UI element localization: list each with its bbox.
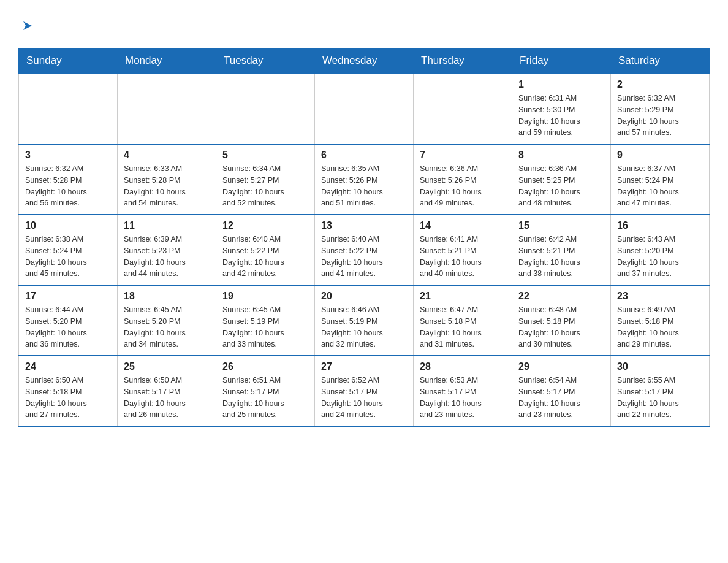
calendar-day-cell: 28Sunrise: 6:53 AM Sunset: 5:17 PM Dayli… [414,356,512,426]
day-number: 18 [124,291,210,302]
calendar-day-cell: 18Sunrise: 6:45 AM Sunset: 5:20 PM Dayli… [118,285,216,356]
calendar-day-cell: 1Sunrise: 6:31 AM Sunset: 5:30 PM Daylig… [512,74,611,144]
day-info: Sunrise: 6:32 AM Sunset: 5:28 PM Dayligh… [25,163,111,209]
calendar-day-cell [19,74,118,144]
day-info: Sunrise: 6:50 AM Sunset: 5:17 PM Dayligh… [124,375,210,421]
day-number: 10 [25,220,111,231]
calendar-day-cell: 20Sunrise: 6:46 AM Sunset: 5:19 PM Dayli… [315,285,414,356]
calendar-week-row: 17Sunrise: 6:44 AM Sunset: 5:20 PM Dayli… [19,285,710,356]
day-info: Sunrise: 6:46 AM Sunset: 5:19 PM Dayligh… [321,304,407,350]
calendar-header-saturday: Saturday [611,48,710,74]
calendar-day-cell: 19Sunrise: 6:45 AM Sunset: 5:19 PM Dayli… [216,285,315,356]
calendar-day-cell [414,74,512,144]
day-number: 9 [617,150,703,161]
day-info: Sunrise: 6:33 AM Sunset: 5:28 PM Dayligh… [124,163,210,209]
day-info: Sunrise: 6:55 AM Sunset: 5:17 PM Dayligh… [617,375,703,421]
calendar-day-cell: 5Sunrise: 6:34 AM Sunset: 5:27 PM Daylig… [216,144,315,215]
calendar-day-cell: 25Sunrise: 6:50 AM Sunset: 5:17 PM Dayli… [118,356,216,426]
day-info: Sunrise: 6:49 AM Sunset: 5:18 PM Dayligh… [617,304,703,350]
calendar-day-cell: 24Sunrise: 6:50 AM Sunset: 5:18 PM Dayli… [19,356,118,426]
day-info: Sunrise: 6:42 AM Sunset: 5:21 PM Dayligh… [518,234,604,280]
day-number: 13 [321,220,407,231]
day-info: Sunrise: 6:40 AM Sunset: 5:22 PM Dayligh… [222,234,308,280]
calendar-header-wednesday: Wednesday [315,48,414,74]
day-number: 14 [420,220,506,231]
calendar-day-cell: 9Sunrise: 6:37 AM Sunset: 5:24 PM Daylig… [611,144,710,215]
day-info: Sunrise: 6:53 AM Sunset: 5:17 PM Dayligh… [420,375,506,421]
calendar-day-cell: 15Sunrise: 6:42 AM Sunset: 5:21 PM Dayli… [512,215,611,285]
day-info: Sunrise: 6:39 AM Sunset: 5:23 PM Dayligh… [124,234,210,280]
calendar-week-row: 1Sunrise: 6:31 AM Sunset: 5:30 PM Daylig… [19,74,710,144]
calendar-day-cell [315,74,414,144]
day-number: 1 [518,79,604,90]
calendar-day-cell: 3Sunrise: 6:32 AM Sunset: 5:28 PM Daylig… [19,144,118,215]
logo-arrow-icon [21,18,34,36]
calendar-day-cell: 17Sunrise: 6:44 AM Sunset: 5:20 PM Dayli… [19,285,118,356]
calendar-table: SundayMondayTuesdayWednesdayThursdayFrid… [18,48,710,427]
day-info: Sunrise: 6:43 AM Sunset: 5:20 PM Dayligh… [617,234,703,280]
calendar-week-row: 10Sunrise: 6:38 AM Sunset: 5:24 PM Dayli… [19,215,710,285]
calendar-header-monday: Monday [118,48,216,74]
day-number: 17 [25,291,111,302]
calendar-day-cell: 13Sunrise: 6:40 AM Sunset: 5:22 PM Dayli… [315,215,414,285]
day-info: Sunrise: 6:48 AM Sunset: 5:18 PM Dayligh… [518,304,604,350]
calendar-day-cell: 26Sunrise: 6:51 AM Sunset: 5:17 PM Dayli… [216,356,315,426]
logo [18,12,34,36]
day-number: 7 [420,150,506,161]
svg-marker-0 [23,21,32,30]
day-info: Sunrise: 6:45 AM Sunset: 5:20 PM Dayligh… [124,304,210,350]
day-number: 8 [518,150,604,161]
day-info: Sunrise: 6:32 AM Sunset: 5:29 PM Dayligh… [617,93,703,139]
day-info: Sunrise: 6:44 AM Sunset: 5:20 PM Dayligh… [25,304,111,350]
day-number: 3 [25,150,111,161]
calendar-day-cell: 4Sunrise: 6:33 AM Sunset: 5:28 PM Daylig… [118,144,216,215]
day-info: Sunrise: 6:35 AM Sunset: 5:26 PM Dayligh… [321,163,407,209]
calendar-day-cell: 21Sunrise: 6:47 AM Sunset: 5:18 PM Dayli… [414,285,512,356]
day-info: Sunrise: 6:40 AM Sunset: 5:22 PM Dayligh… [321,234,407,280]
calendar-day-cell: 14Sunrise: 6:41 AM Sunset: 5:21 PM Dayli… [414,215,512,285]
calendar-day-cell: 16Sunrise: 6:43 AM Sunset: 5:20 PM Dayli… [611,215,710,285]
day-number: 20 [321,291,407,302]
day-number: 26 [222,361,308,372]
calendar-day-cell: 29Sunrise: 6:54 AM Sunset: 5:17 PM Dayli… [512,356,611,426]
calendar-day-cell: 2Sunrise: 6:32 AM Sunset: 5:29 PM Daylig… [611,74,710,144]
calendar-header-tuesday: Tuesday [216,48,315,74]
day-info: Sunrise: 6:47 AM Sunset: 5:18 PM Dayligh… [420,304,506,350]
page-header [18,12,710,36]
calendar-day-cell [216,74,315,144]
calendar-week-row: 24Sunrise: 6:50 AM Sunset: 5:18 PM Dayli… [19,356,710,426]
day-info: Sunrise: 6:50 AM Sunset: 5:18 PM Dayligh… [25,375,111,421]
day-number: 4 [124,150,210,161]
calendar-day-cell: 27Sunrise: 6:52 AM Sunset: 5:17 PM Dayli… [315,356,414,426]
day-number: 11 [124,220,210,231]
calendar-day-cell [118,74,216,144]
day-info: Sunrise: 6:37 AM Sunset: 5:24 PM Dayligh… [617,163,703,209]
day-number: 28 [420,361,506,372]
day-number: 29 [518,361,604,372]
calendar-day-cell: 11Sunrise: 6:39 AM Sunset: 5:23 PM Dayli… [118,215,216,285]
calendar-day-cell: 22Sunrise: 6:48 AM Sunset: 5:18 PM Dayli… [512,285,611,356]
day-number: 15 [518,220,604,231]
day-info: Sunrise: 6:54 AM Sunset: 5:17 PM Dayligh… [518,375,604,421]
calendar-day-cell: 7Sunrise: 6:36 AM Sunset: 5:26 PM Daylig… [414,144,512,215]
calendar-week-row: 3Sunrise: 6:32 AM Sunset: 5:28 PM Daylig… [19,144,710,215]
day-number: 23 [617,291,703,302]
day-number: 16 [617,220,703,231]
day-number: 21 [420,291,506,302]
day-number: 22 [518,291,604,302]
day-number: 19 [222,291,308,302]
calendar-day-cell: 23Sunrise: 6:49 AM Sunset: 5:18 PM Dayli… [611,285,710,356]
day-info: Sunrise: 6:45 AM Sunset: 5:19 PM Dayligh… [222,304,308,350]
calendar-header-row: SundayMondayTuesdayWednesdayThursdayFrid… [19,48,710,74]
calendar-day-cell: 8Sunrise: 6:36 AM Sunset: 5:25 PM Daylig… [512,144,611,215]
day-info: Sunrise: 6:51 AM Sunset: 5:17 PM Dayligh… [222,375,308,421]
day-info: Sunrise: 6:34 AM Sunset: 5:27 PM Dayligh… [222,163,308,209]
day-number: 24 [25,361,111,372]
day-number: 2 [617,79,703,90]
calendar-day-cell: 30Sunrise: 6:55 AM Sunset: 5:17 PM Dayli… [611,356,710,426]
day-number: 25 [124,361,210,372]
day-info: Sunrise: 6:38 AM Sunset: 5:24 PM Dayligh… [25,234,111,280]
day-number: 27 [321,361,407,372]
calendar-header-friday: Friday [512,48,611,74]
calendar-day-cell: 6Sunrise: 6:35 AM Sunset: 5:26 PM Daylig… [315,144,414,215]
